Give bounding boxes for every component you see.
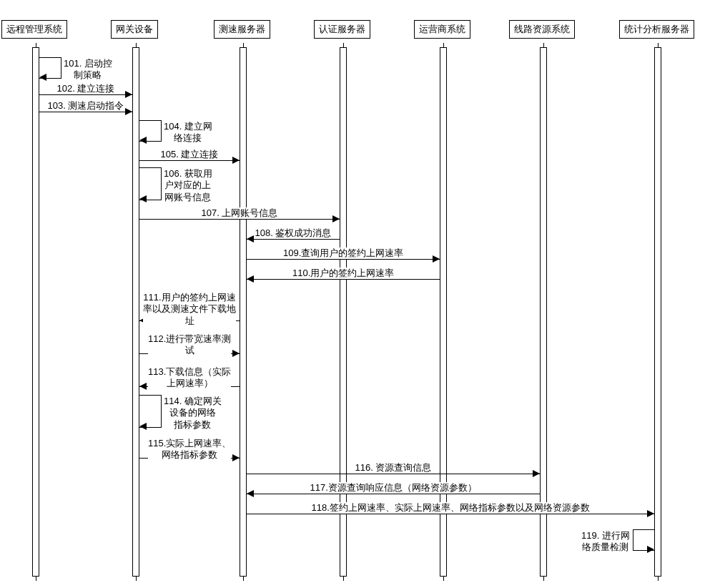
arrowhead-icon (139, 383, 147, 390)
participant-box: 网关设备 (111, 20, 158, 39)
arrowhead-icon (247, 490, 254, 497)
activation-bar (32, 47, 39, 577)
msg-label: 111.用户的签约上网速率以及测速文件下载地址 (143, 292, 236, 327)
self-msg-label: 104. 建立网络连接 (164, 121, 212, 144)
msg-label: 112.进行带宽速率测试 (148, 333, 231, 357)
self-msg-label: 101. 启动控制策略 (64, 58, 112, 82)
arrowhead-icon (139, 423, 147, 430)
arrowhead-icon (139, 195, 147, 202)
msg-label: 116. 资源查询信息 (355, 462, 432, 474)
participant-box: 统计分析服务器 (619, 20, 694, 39)
arrowhead-icon (125, 91, 132, 98)
arrowhead-icon (247, 275, 254, 283)
self-msg-label: 114. 确定网关设备的网络指标参数 (164, 396, 222, 431)
activation-bar (340, 47, 347, 577)
arrowhead-icon (39, 74, 46, 81)
sequence-diagram: 远程管理系统网关设备测速服务器认证服务器运营商系统线路资源系统统计分析服务器10… (0, 0, 715, 588)
arrowhead-icon (433, 255, 440, 263)
arrowhead-icon (139, 137, 147, 144)
activation-bar (654, 47, 661, 577)
self-msg-label: 119. 进行网络质量检测 (581, 530, 630, 554)
arrowhead-icon (332, 215, 340, 222)
arrowhead-icon (125, 108, 132, 115)
msg-label: 108. 鉴权成功消息 (255, 227, 332, 239)
activation-bar (132, 47, 139, 577)
msg-label: 115.实际上网速率、网络指标参数 (148, 438, 231, 461)
msg-label: 113.下载信息（实际上网速率） (148, 366, 231, 390)
activation-bar (440, 47, 447, 577)
activation-bar (240, 47, 247, 577)
msg-label: 109.查询用户的签约上网速率 (283, 248, 403, 259)
activation-bar (540, 47, 547, 577)
msg-label: 117.资源查询响应信息（网络资源参数） (310, 482, 477, 494)
arrowhead-icon (533, 470, 540, 477)
participant-box: 认证服务器 (314, 20, 370, 39)
arrowhead-icon (647, 546, 654, 553)
msg-label: 105. 建立连接 (161, 149, 219, 160)
msg-label: 118.签约上网速率、实际上网速率、网络指标参数以及网络资源参数 (312, 502, 590, 514)
arrowhead-icon (232, 350, 240, 357)
participant-box: 测速服务器 (214, 20, 270, 39)
msg-label: 102. 建立连接 (57, 83, 115, 94)
participant-box: 运营商系统 (414, 20, 470, 39)
arrowhead-icon (247, 235, 254, 242)
msg-label: 107. 上网账号信息 (202, 207, 278, 219)
arrowhead-icon (647, 510, 654, 517)
participant-box: 线路资源系统 (509, 20, 575, 39)
msg-label: 110.用户的签约上网速率 (292, 268, 394, 279)
arrowhead-icon (232, 454, 240, 461)
msg-label: 103. 测速启动指令 (48, 100, 124, 112)
participant-box: 远程管理系统 (1, 20, 67, 39)
arrowhead-icon (232, 157, 240, 164)
self-msg-label: 106. 获取用户对应的上网账号信息 (164, 168, 212, 203)
